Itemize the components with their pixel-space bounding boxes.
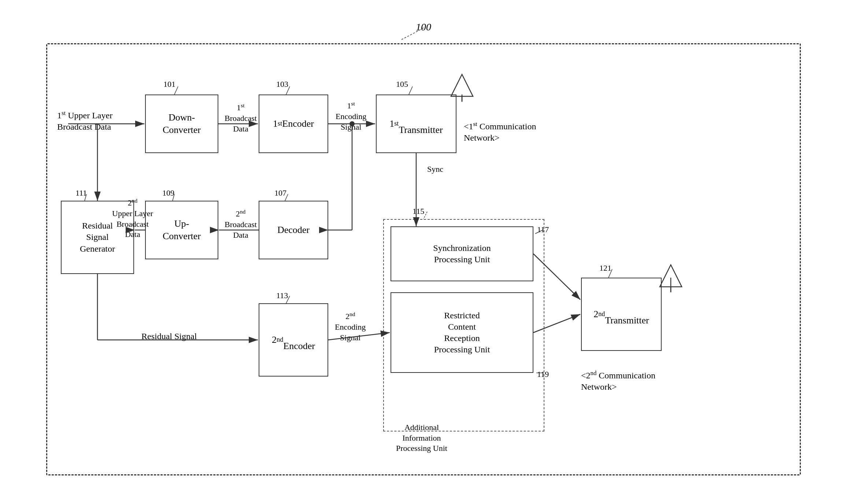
label-101: 101 — [163, 79, 175, 90]
2nd-upper-broadcast-label: 2ndUpper LayerBroadcastData — [112, 197, 153, 240]
figure-number: 100 — [416, 21, 431, 33]
antenna1 — [449, 73, 475, 102]
residual-signal-label: Residual Signal — [141, 331, 197, 342]
page: 100 Down-Converter 1st Encoder 1stTransm… — [0, 0, 847, 504]
label-105: 105 — [396, 79, 408, 90]
transmitter2-block: 2ndTransmitter — [581, 278, 662, 351]
svg-marker-31 — [660, 265, 682, 287]
comm-network-2-label: <2nd CommunicationNetwork> — [581, 369, 655, 393]
2nd-broadcast-label: 2ndBroadcastData — [225, 208, 257, 240]
label-115: 115 — [413, 206, 424, 217]
label-121: 121 — [599, 263, 611, 274]
label-107: 107 — [274, 188, 286, 199]
diagram-container: 100 Down-Converter 1st Encoder 1stTransm… — [39, 21, 808, 483]
encoding-signal-2-label: 2ndEncodingSignal — [335, 311, 366, 343]
label-113: 113 — [276, 290, 288, 301]
label-117: 117 — [537, 225, 549, 235]
sync-label: Sync — [427, 164, 443, 175]
decoder-block: Decoder — [259, 201, 328, 259]
broadcast-data-1-label: 1stBroadcastData — [225, 102, 257, 134]
up-converter-block: Up-Converter — [145, 201, 218, 259]
label-119: 119 — [537, 369, 549, 380]
comm-network-1-label: <1st CommunicationNetwork> — [464, 120, 536, 144]
sync-unit-block: SynchronizationProcessing Unit — [391, 226, 533, 281]
antenna2 — [658, 263, 684, 292]
restricted-unit-block: RestrictedContentReceptionProcessing Uni… — [391, 292, 533, 373]
label-109: 109 — [162, 188, 174, 199]
label-103: 103 — [276, 79, 288, 90]
add-info-label: AdditionalInformationProcessing Unit — [396, 422, 447, 454]
down-converter-block: Down-Converter — [145, 94, 218, 153]
encoder1-block: 1st Encoder — [259, 94, 328, 153]
transmitter1-block: 1stTransmitter — [376, 94, 456, 153]
input-label: 1st Upper LayerBroadcast Data — [57, 109, 112, 133]
svg-marker-29 — [451, 74, 473, 96]
encoding-signal-1-label: 1stEncodingSignal — [336, 100, 366, 132]
label-111: 111 — [75, 188, 87, 199]
encoder2-block: 2ndEncoder — [259, 303, 328, 377]
